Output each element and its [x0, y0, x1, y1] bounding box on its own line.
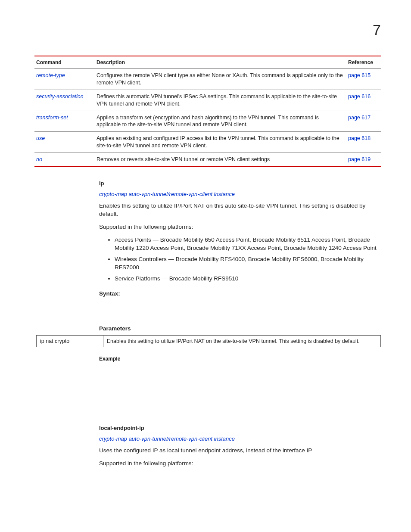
cmd-link-no[interactable]: no: [36, 156, 42, 162]
ref-link[interactable]: page 618: [348, 135, 371, 141]
cmd-link-transform-set[interactable]: transform-set: [36, 115, 68, 121]
parameters-table: ip nat crypto Enables this setting to ut…: [36, 335, 381, 347]
section-local-endpoint-ip: local-endpoint-ip crypto-map auto-vpn-tu…: [99, 425, 381, 467]
parameters-heading: Parameters: [99, 325, 381, 332]
paragraph: Supported in the following platforms:: [99, 223, 381, 231]
param-desc: Enables this setting to utilize IP/Port …: [103, 336, 380, 347]
cmd-desc: Configures the remote VPN client type as…: [95, 69, 346, 90]
table-row: security-association Defines this automa…: [34, 90, 381, 111]
cmd-link-use[interactable]: use: [36, 135, 45, 141]
table-header-row: Command Description Reference: [34, 56, 381, 69]
col-reference: Reference: [346, 56, 381, 69]
section-title-local-endpoint-ip: local-endpoint-ip: [99, 425, 381, 431]
chapter-number: 7: [34, 22, 381, 38]
cmd-link-security-association[interactable]: security-association: [36, 93, 84, 100]
cmd-desc: Removes or reverts site-to-site VPN tunn…: [95, 153, 346, 167]
platform-list: Access Points — Brocade Mobility 650 Acc…: [115, 236, 381, 283]
section-title-ip: ip: [99, 180, 381, 187]
paragraph: Supported in the following platforms:: [99, 459, 381, 468]
cmd-desc: Applies an existing and configured IP ac…: [95, 132, 346, 153]
example-block: Example: [99, 356, 381, 418]
col-description: Description: [95, 56, 346, 69]
list-item: Wireless Controllers — Brocade Mobility …: [115, 255, 381, 272]
cmd-desc: Defines this automatic VPN tunnel's IPSe…: [95, 90, 346, 111]
cmd-link-remote-type[interactable]: remote-type: [36, 72, 65, 78]
section-ip: ip crypto-map auto-vpn-tunnel/remote-vpn…: [99, 180, 381, 332]
page: 7 Command Description Reference remote-t…: [0, 0, 411, 507]
ref-link[interactable]: page 615: [348, 72, 371, 78]
crossref-link[interactable]: crypto-map auto-vpn-tunnel/remote-vpn-cl…: [99, 191, 235, 197]
paragraph: Enables this setting to utilize IP/Port …: [99, 202, 381, 218]
parameters-table-wrap: ip nat crypto Enables this setting to ut…: [36, 335, 381, 347]
list-item: Access Points — Brocade Mobility 650 Acc…: [115, 236, 381, 252]
syntax-heading: Syntax:: [99, 290, 381, 297]
list-item: Service Platforms — Brocade Mobility RFS…: [115, 274, 381, 283]
table-row: remote-type Configures the remote VPN cl…: [34, 69, 381, 90]
ref-link[interactable]: page 619: [348, 156, 371, 162]
col-command: Command: [34, 56, 95, 69]
cmd-desc: Applies a transform set (encryption and …: [95, 111, 346, 132]
table-row: transform-set Applies a transform set (e…: [34, 111, 381, 132]
crossref-link[interactable]: crypto-map auto-vpn-tunnel/remote-vpn-cl…: [99, 436, 235, 442]
param-key: ip nat crypto: [37, 336, 103, 347]
table-row: no Removes or reverts site-to-site VPN t…: [34, 153, 381, 167]
example-heading: Example: [99, 356, 381, 362]
paragraph: Uses the configured IP as local tunnel e…: [99, 446, 381, 455]
table-row: use Applies an existing and configured I…: [34, 132, 381, 153]
ref-link[interactable]: page 617: [348, 115, 371, 121]
ref-link[interactable]: page 616: [348, 93, 371, 100]
table-row: ip nat crypto Enables this setting to ut…: [37, 336, 381, 347]
command-reference-table: Command Description Reference remote-typ…: [34, 56, 381, 167]
